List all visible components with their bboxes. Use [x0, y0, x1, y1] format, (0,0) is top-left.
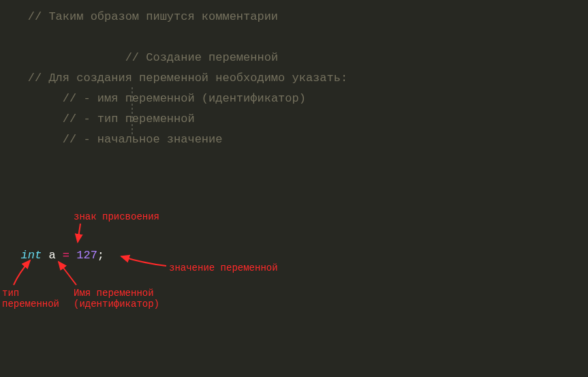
arrow-assign-icon: [78, 224, 80, 242]
number-literal: 127: [76, 249, 97, 262]
comment-line-3: // Для создания переменной необходимо ук…: [28, 72, 347, 85]
assign-operator: =: [63, 249, 69, 262]
annotation-name-l2: (идентификатор): [74, 299, 159, 310]
comment-line-2: // Создание переменной: [125, 51, 278, 64]
comment-line-6: // - начальное значение: [63, 133, 223, 146]
variable-declaration-line: int a = 127;: [0, 245, 104, 266]
semicolon: ;: [97, 249, 104, 262]
annotation-type-l2: переменной: [2, 299, 59, 310]
identifier-a: a: [48, 249, 55, 262]
comment-line-1: // Таким образом пишутся комментарии: [28, 10, 278, 23]
annotation-value: значение переменной: [169, 262, 278, 273]
annotation-type-l1: тип: [2, 288, 19, 299]
code-editor: // Таким образом пишутся комментарии // …: [0, 0, 14, 184]
arrow-value-icon: [121, 256, 166, 266]
annotation-assign: знак присвоения: [74, 211, 159, 222]
comment-line-4: // - имя переменной (идентификатор): [63, 92, 306, 105]
comment-line-5: // - тип переменной: [63, 112, 195, 125]
annotation-name-l1: Имя переменной: [74, 288, 154, 299]
keyword-int: int: [21, 249, 42, 262]
